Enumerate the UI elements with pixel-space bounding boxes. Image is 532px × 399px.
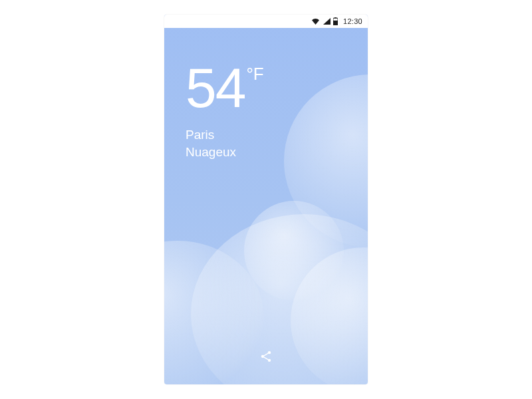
phone-screen: 12:30 54 °F Paris Nuageux <box>164 15 368 384</box>
share-icon <box>259 350 273 363</box>
status-bar-time: 12:30 <box>343 17 362 25</box>
location-label: Paris <box>186 128 264 142</box>
status-bar: 12:30 <box>164 15 368 28</box>
signal-icon <box>323 18 331 25</box>
svg-line-7 <box>264 357 269 360</box>
temperature-unit: °F <box>246 64 263 84</box>
condition-label: Nuageux <box>186 145 264 160</box>
share-button[interactable] <box>254 344 278 368</box>
battery-icon <box>333 17 338 25</box>
temperature-value: 54 <box>186 60 245 116</box>
weather-panel: 54 °F Paris Nuageux <box>186 60 264 160</box>
temperature: 54 °F <box>186 60 264 116</box>
wifi-icon <box>311 18 320 25</box>
svg-rect-2 <box>333 21 338 25</box>
svg-line-6 <box>264 353 269 356</box>
